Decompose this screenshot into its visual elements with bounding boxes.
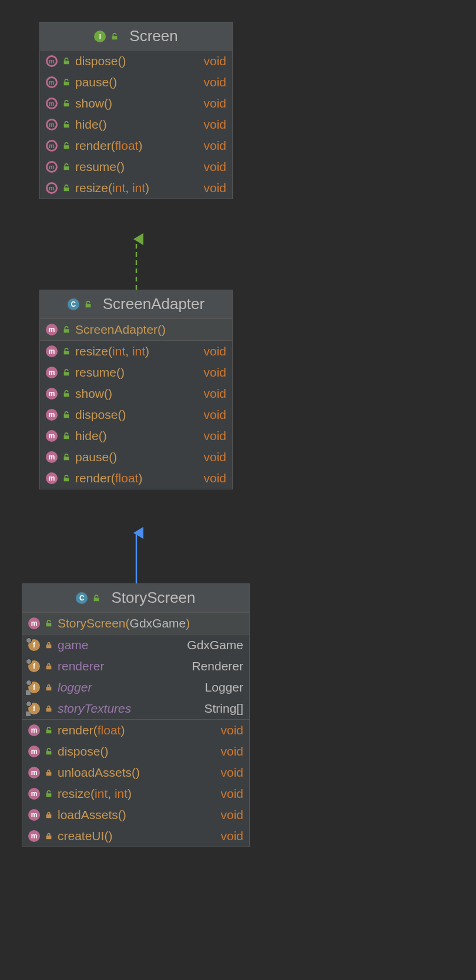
- unlock-icon: [62, 99, 71, 108]
- field-icon: f: [28, 703, 40, 714]
- unlock-icon: [110, 32, 119, 41]
- return-type: void: [203, 96, 226, 110]
- field-name: game: [58, 638, 182, 652]
- field-type: Logger: [205, 680, 243, 694]
- unlock-icon: [62, 184, 71, 192]
- field-type: String[]: [204, 702, 243, 716]
- member-row[interactable]: mdispose()void: [22, 741, 249, 762]
- member-row[interactable]: mrender(float)void: [40, 135, 232, 156]
- method-icon: m: [46, 324, 58, 335]
- member-row[interactable]: mScreenAdapter(): [40, 319, 232, 340]
- class-title: StoryScreen: [111, 589, 195, 607]
- member-row[interactable]: mdispose()void: [40, 51, 232, 72]
- member-row[interactable]: mcreateUI()void: [22, 825, 249, 847]
- unlock-icon: [84, 300, 92, 308]
- field-row[interactable]: fstoryTexturesString[]: [22, 698, 249, 719]
- member-row[interactable]: mhide()void: [40, 425, 232, 447]
- class-header: C StoryScreen: [22, 584, 249, 612]
- method-icon: m: [28, 617, 40, 629]
- member-row[interactable]: mhide()void: [40, 114, 232, 135]
- unlock-icon: [62, 390, 71, 398]
- method-icon: m: [46, 430, 58, 442]
- class-box-screen[interactable]: I Screen mdispose()voidmpause()voidmshow…: [39, 22, 233, 199]
- member-row[interactable]: mresize(int, int)void: [40, 341, 232, 362]
- lock-icon: [45, 811, 53, 819]
- class-box-screenadapter[interactable]: C ScreenAdapter mScreenAdapter() mresize…: [39, 290, 233, 489]
- unlock-icon: [45, 747, 53, 756]
- member-row[interactable]: mresize(int, int)void: [22, 783, 249, 804]
- abstract-method-icon: m: [46, 140, 58, 152]
- field-row[interactable]: fgameGdxGame: [22, 635, 249, 656]
- return-type: void: [220, 808, 243, 822]
- member-signature: dispose(): [75, 54, 199, 68]
- member-row[interactable]: mresume()void: [40, 362, 232, 383]
- return-type: void: [203, 450, 226, 464]
- member-signature: dispose(): [75, 408, 199, 422]
- return-type: void: [203, 181, 226, 195]
- member-row[interactable]: mStoryScreen(GdxGame): [22, 613, 249, 634]
- fields-section: fgameGdxGamefrendererRendererfloggerLogg…: [22, 634, 249, 719]
- class-icon: C: [68, 298, 79, 310]
- member-signature: dispose(): [58, 744, 216, 759]
- member-row[interactable]: mresize(int, int)void: [40, 177, 232, 199]
- members-section: mdispose()voidmpause()voidmshow()voidmhi…: [40, 51, 232, 199]
- field-icon: f: [28, 660, 40, 672]
- member-signature: unloadAssets(): [58, 766, 216, 780]
- return-type: void: [203, 387, 226, 401]
- member-row[interactable]: mrender(float)void: [22, 720, 249, 741]
- member-row[interactable]: mshow()void: [40, 93, 232, 114]
- field-name: renderer: [58, 659, 187, 673]
- member-row[interactable]: mrender(float)void: [40, 468, 232, 489]
- members-section: mresize(int, int)voidmresume()voidmshow(…: [40, 340, 232, 489]
- method-icon: m: [28, 809, 40, 821]
- field-icon: f: [28, 682, 40, 693]
- method-icon: m: [28, 724, 40, 736]
- return-type: void: [203, 54, 226, 68]
- method-icon: m: [28, 767, 40, 778]
- unlock-icon: [62, 120, 71, 129]
- abstract-method-icon: m: [46, 119, 58, 130]
- unlock-icon: [62, 142, 71, 150]
- return-type: void: [203, 429, 226, 443]
- member-row[interactable]: mresume()void: [40, 156, 232, 177]
- return-type: void: [203, 408, 226, 422]
- field-name: storyTextures: [58, 702, 199, 716]
- member-signature: show(): [75, 387, 199, 401]
- method-icon: m: [46, 472, 58, 484]
- class-box-storyscreen[interactable]: C StoryScreen mStoryScreen(GdxGame) fgam…: [22, 583, 250, 847]
- lock-icon: [45, 832, 53, 840]
- field-row[interactable]: frendererRenderer: [22, 656, 249, 677]
- implements-arrow-icon: [129, 232, 143, 290]
- constructors-section: mScreenAdapter(): [40, 318, 232, 340]
- member-row[interactable]: mpause()void: [40, 72, 232, 93]
- unlock-icon: [62, 57, 71, 65]
- return-type: void: [203, 160, 226, 174]
- return-type: void: [220, 829, 243, 843]
- member-row[interactable]: mpause()void: [40, 447, 232, 468]
- class-title: Screen: [129, 27, 177, 45]
- member-signature: render(float): [58, 723, 216, 737]
- method-icon: m: [46, 388, 58, 400]
- class-icon: C: [76, 592, 88, 604]
- lock-icon: [45, 704, 53, 713]
- field-type: Renderer: [192, 659, 243, 673]
- unlock-icon: [62, 474, 71, 482]
- return-type: void: [203, 118, 226, 132]
- unlock-icon: [92, 594, 100, 602]
- abstract-method-icon: m: [46, 76, 58, 88]
- member-signature: ScreenAdapter(): [75, 323, 226, 337]
- unlock-icon: [62, 347, 71, 355]
- member-signature: show(): [75, 96, 199, 110]
- member-row[interactable]: mshow()void: [40, 383, 232, 404]
- member-row[interactable]: mloadAssets()void: [22, 804, 249, 825]
- member-row[interactable]: munloadAssets()void: [22, 762, 249, 783]
- field-name: logger: [58, 680, 200, 694]
- return-type: void: [220, 744, 243, 759]
- unlock-icon: [62, 78, 71, 86]
- member-signature: resize(int, int): [58, 787, 216, 801]
- member-row[interactable]: mdispose()void: [40, 404, 232, 425]
- method-icon: m: [28, 746, 40, 757]
- field-row[interactable]: floggerLogger: [22, 677, 249, 698]
- unlock-icon: [45, 790, 53, 798]
- member-signature: resume(): [75, 365, 199, 380]
